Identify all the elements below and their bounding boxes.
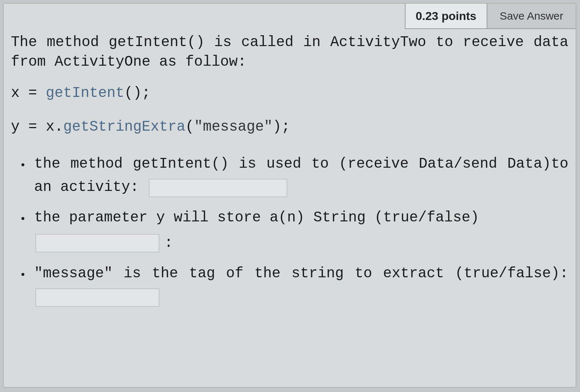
code-suffix-1: (); [124,85,150,101]
code-var-y: y [11,119,20,135]
code-eq-2: = x. [20,119,63,135]
code-suffix-2: ); [273,119,290,135]
bullet-2-text: the parameter y will store a(n) String (… [34,209,479,226]
question-intro: The method getIntent() is called in Acti… [11,33,568,72]
bullet-3: "message" is the tag of the string to ex… [34,262,568,309]
bullet-1-text: the method getIntent() is used to (recei… [34,156,568,195]
code-fn-getintent: getIntent [46,85,124,101]
code-line-1: x = getIntent(); [11,85,568,101]
answer-input-1[interactable] [149,179,287,197]
code-line-2: y = x.getStringExtra("message"); [11,119,568,135]
code-str-message: "message" [194,119,273,135]
save-answer-button[interactable]: Save Answer [487,4,576,29]
answer-bullets: the method getIntent() is used to (recei… [11,152,568,309]
answer-input-2[interactable] [36,234,159,252]
points-label: 0.23 points [405,4,487,29]
question-card: 0.23 points Save Answer The method getIn… [3,3,576,388]
code-var-x: x [11,85,20,101]
code-eq-1: = [20,85,46,101]
code-fn-getstringextra: getStringExtra [63,119,185,135]
code-open-paren: ( [185,119,194,135]
bullet-3-text: "message" is the tag of the string to ex… [34,265,568,282]
bullet-2-colon: : [164,232,173,255]
question-body: The method getIntent() is called in Acti… [11,33,568,380]
header-bar: 0.23 points Save Answer [405,4,576,29]
answer-input-3[interactable] [36,289,159,307]
bullet-2: the parameter y will store a(n) String (… [34,206,568,255]
bullet-1: the method getIntent() is used to (recei… [34,152,568,199]
